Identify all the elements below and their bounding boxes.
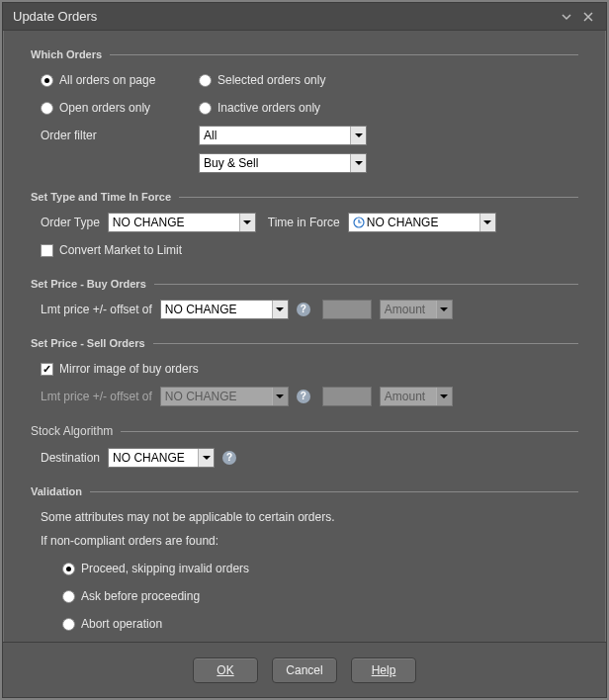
dialog-footer: OK Cancel Help: [3, 642, 606, 697]
radio-all-orders-label: All orders on page: [59, 73, 155, 87]
buy-amount-unit-select[interactable]: Amount: [380, 300, 453, 319]
destination-value: NO CHANGE: [113, 451, 185, 465]
dialog-body: Which Orders All orders on page Selected…: [3, 31, 606, 642]
sell-offset-amount-input: [322, 387, 372, 406]
help-icon[interactable]: ?: [297, 303, 310, 316]
titlebar: Update Orders: [3, 3, 606, 31]
order-type-value: NO CHANGE: [113, 216, 185, 229]
chevron-down-icon: [272, 301, 288, 318]
mirror-buy-checkbox[interactable]: [41, 363, 53, 376]
convert-market-to-limit-label: Convert Market to Limit: [59, 243, 182, 257]
close-icon[interactable]: [580, 9, 596, 25]
mirror-buy-label: Mirror image of buy orders: [59, 362, 199, 376]
sell-amount-unit-select: Amount: [380, 387, 453, 406]
order-filter-1-value: All: [204, 129, 217, 142]
sell-offset-value: NO CHANGE: [165, 390, 237, 403]
chevron-down-icon: [239, 214, 255, 231]
destination-select[interactable]: NO CHANGE: [108, 448, 215, 468]
tif-value: NO CHANGE: [367, 216, 439, 229]
type-tif-legend: Set Type and Time In Force: [31, 191, 578, 203]
chevron-down-icon: [272, 388, 288, 405]
tif-label: Time in Force: [268, 216, 340, 229]
window-title: Update Orders: [13, 9, 553, 24]
validation-text1: Some attributes may not be applicable to…: [41, 510, 335, 524]
radio-abort-label: Abort operation: [81, 617, 162, 631]
order-type-select[interactable]: NO CHANGE: [108, 213, 256, 232]
order-filter-label: Order filter: [41, 129, 97, 142]
stock-algo-legend: Stock Algorithm: [31, 424, 578, 438]
chevron-down-icon: [198, 449, 214, 467]
order-filter-2-select[interactable]: Buy & Sell: [199, 153, 367, 173]
validation-legend: Validation: [31, 485, 578, 497]
radio-proceed[interactable]: [62, 563, 75, 575]
order-type-label: Order Type: [41, 216, 100, 229]
help-button[interactable]: Help: [351, 657, 416, 683]
destination-label: Destination: [41, 451, 100, 465]
cancel-button[interactable]: Cancel: [272, 657, 337, 683]
chevron-down-icon: [436, 301, 452, 318]
update-orders-dialog: Update Orders Which Orders All orders on…: [2, 2, 607, 698]
buy-price-legend: Set Price - Buy Orders: [31, 278, 578, 290]
radio-open-orders[interactable]: [41, 102, 53, 115]
order-filter-1-select[interactable]: All: [199, 126, 367, 145]
buy-offset-value: NO CHANGE: [165, 303, 237, 316]
tif-select[interactable]: NO CHANGE: [348, 213, 496, 232]
ok-button[interactable]: OK: [193, 657, 258, 683]
which-orders-legend: Which Orders: [31, 48, 578, 60]
clock-icon: [353, 217, 365, 228]
radio-inactive-orders-label: Inactive orders only: [218, 101, 320, 115]
sell-offset-label: Lmt price +/- offset of: [41, 390, 152, 403]
radio-selected-orders-label: Selected orders only: [218, 73, 325, 87]
radio-open-orders-label: Open orders only: [59, 101, 150, 115]
chevron-down-icon: [436, 388, 452, 405]
radio-inactive-orders[interactable]: [199, 102, 212, 115]
buy-offset-amount-input[interactable]: [322, 300, 372, 319]
buy-amount-unit-value: Amount: [385, 303, 425, 316]
order-filter-2-value: Buy & Sell: [204, 156, 258, 170]
radio-abort[interactable]: [62, 618, 75, 631]
chevron-down-icon: [479, 214, 495, 231]
sell-offset-select: NO CHANGE: [160, 387, 289, 406]
sell-amount-unit-value: Amount: [385, 390, 425, 403]
chevron-down-icon: [350, 154, 366, 172]
radio-ask-label: Ask before proceeding: [81, 589, 200, 603]
radio-all-orders[interactable]: [41, 74, 53, 87]
buy-offset-select[interactable]: NO CHANGE: [160, 300, 289, 319]
chevron-down-icon: [350, 127, 366, 144]
validation-text2: If non-compliant orders are found:: [41, 534, 218, 548]
buy-offset-label: Lmt price +/- offset of: [41, 303, 152, 316]
sell-price-legend: Set Price - Sell Orders: [31, 337, 578, 349]
help-icon[interactable]: ?: [297, 390, 310, 403]
radio-selected-orders[interactable]: [199, 74, 212, 87]
help-icon[interactable]: ?: [222, 451, 236, 465]
convert-market-to-limit-checkbox[interactable]: [41, 244, 53, 257]
radio-proceed-label: Proceed, skipping invalid orders: [81, 562, 249, 575]
radio-ask[interactable]: [62, 590, 75, 603]
collapse-icon[interactable]: [559, 9, 574, 25]
